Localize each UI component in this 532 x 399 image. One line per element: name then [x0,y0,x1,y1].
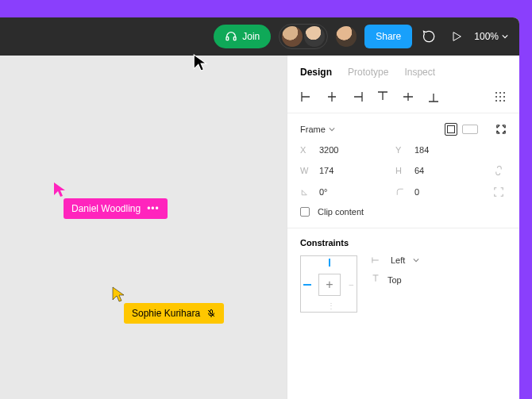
remote-cursor-label[interactable]: Daniel Woodling ••• [64,198,168,219]
constraint-h-select[interactable]: Left [372,255,419,265]
align-bottom-icon[interactable] [427,90,440,103]
w-value[interactable]: 174 [319,166,333,175]
rotation-value[interactable]: 0° [319,187,328,197]
topbar: Join Share 100% [0,17,519,56]
remote-user-name: Sophie Kurihara [132,308,200,319]
share-label: Share [376,31,401,42]
comment-icon[interactable] [420,27,439,46]
panel-tabs: Design Prototype Inspect [287,56,519,86]
align-row [287,86,519,113]
svg-point-25 [499,100,501,102]
chevron-down-icon [502,33,508,40]
clip-content[interactable]: Clip content [300,207,507,217]
resize-fit-icon[interactable] [495,124,507,135]
zoom-value: 100% [474,31,499,42]
align-right-icon[interactable] [351,90,364,103]
join-label: Join [242,31,260,42]
independent-corners-icon[interactable] [491,186,507,198]
x-label: X [300,145,311,155]
chevron-down-icon [413,257,419,263]
align-top-icon[interactable] [376,90,389,103]
svg-rect-0 [226,37,229,40]
constraint-v-icon [372,274,380,286]
canvas[interactable]: Daniel Woodling ••• Sophie Kurihara [0,56,287,399]
svg-point-21 [495,96,497,98]
align-hcenter-icon[interactable] [326,90,338,103]
clip-label: Clip content [318,207,364,217]
mic-muted-icon [206,309,216,318]
zoom-select[interactable]: 100% [474,31,508,42]
avatar-group [279,24,328,49]
svg-rect-1 [234,37,237,40]
share-button[interactable]: Share [364,25,412,48]
app-window: Join Share 100% [0,17,519,399]
headset-icon [225,30,237,43]
h-label: H [395,166,407,175]
link-wh-icon[interactable] [491,164,507,177]
align-left-icon[interactable] [300,90,313,103]
inspector-panel: Design Prototype Inspect Fram [287,56,519,399]
avatar[interactable] [304,26,325,47]
remote-cursor-label[interactable]: Sophie Kurihara [124,303,224,324]
tab-prototype[interactable]: Prototype [348,67,388,78]
constraint-h-value: Left [391,255,405,265]
svg-point-23 [503,96,505,98]
join-button[interactable]: Join [214,25,271,48]
remote-user-name: Daniel Woodling [71,203,141,214]
avatar[interactable] [336,26,357,47]
y-label: Y [395,145,407,155]
svg-marker-2 [453,33,461,41]
radius-value[interactable]: 0 [414,187,419,197]
frame-section: Frame X3200 Y184 W174 H64 [287,113,519,228]
tab-inspect[interactable]: Inspect [404,67,435,78]
tab-design[interactable]: Design [300,67,332,78]
rotation-icon [300,187,311,197]
w-label: W [300,166,311,175]
x-value[interactable]: 3200 [319,145,338,155]
y-value[interactable]: 184 [414,145,429,155]
constraint-h-icon [372,256,383,264]
checkbox-icon [300,207,310,217]
svg-point-19 [499,92,501,94]
align-vcenter-icon[interactable] [402,90,414,103]
orientation-landscape-icon[interactable] [462,125,478,134]
play-icon[interactable] [447,27,466,46]
chevron-down-icon [329,126,335,132]
svg-point-18 [495,92,497,94]
constraints-widget[interactable]: – ⋮ + [300,255,357,313]
svg-point-20 [503,92,505,94]
h-value[interactable]: 64 [414,166,424,175]
constraint-v-value: Top [387,275,402,285]
svg-point-26 [503,100,505,102]
orientation-portrait-icon[interactable] [445,123,457,136]
constraints-title: Constraints [300,238,507,255]
frame-title[interactable]: Frame [300,125,335,134]
svg-point-22 [499,96,501,98]
distribute-icon[interactable] [494,90,507,103]
radius-icon [395,187,407,197]
constraint-v-select[interactable]: Top [372,274,419,286]
more-icon: ••• [147,203,160,214]
svg-point-24 [495,100,497,102]
avatar[interactable] [282,26,303,47]
constraints-section: Constraints – ⋮ + Left [287,228,519,324]
